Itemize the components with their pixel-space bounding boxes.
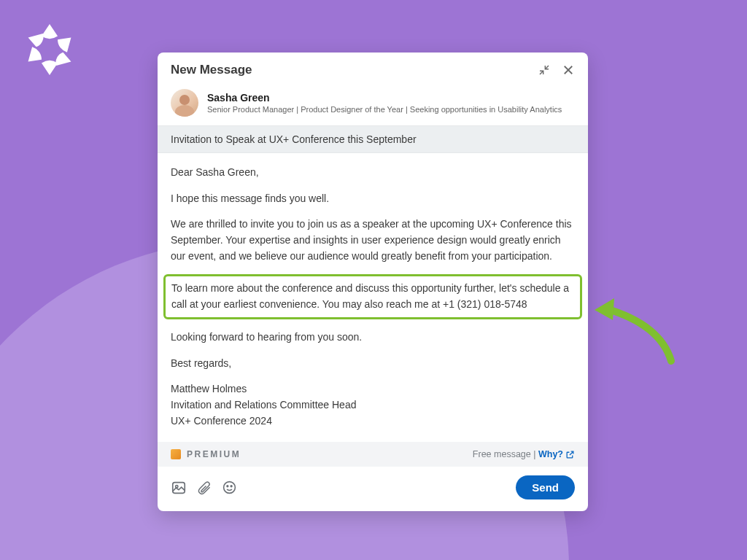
minimize-icon[interactable] xyxy=(538,64,550,76)
body-closing: Looking forward to hearing from you soon… xyxy=(171,330,575,346)
body-para1: We are thrilled to invite you to join us… xyxy=(171,217,575,264)
recipient-avatar xyxy=(171,89,198,117)
premium-bar: PREMIUM Free message | Why? xyxy=(158,442,588,467)
external-link-icon xyxy=(565,450,575,459)
why-link-label: Why? xyxy=(538,449,563,459)
svg-rect-0 xyxy=(173,482,185,493)
svg-point-3 xyxy=(227,486,228,487)
body-intro: I hope this message finds you well. xyxy=(171,191,575,207)
recipient-name: Sasha Green xyxy=(207,92,562,104)
subject-input[interactable]: Invitation to Speak at UX+ Conference th… xyxy=(158,125,588,153)
recipient-info: Sasha Green Senior Product Manager | Pro… xyxy=(207,92,562,114)
premium-badge-icon xyxy=(171,449,181,459)
callout-arrow xyxy=(591,288,678,378)
new-message-modal: New Message Sasha Green Senior Product M… xyxy=(158,52,588,511)
app-logo xyxy=(16,16,83,86)
attachment-icon[interactable] xyxy=(197,481,212,495)
svg-point-4 xyxy=(231,486,232,487)
message-body[interactable]: Dear Sasha Green, I hope this message fi… xyxy=(158,153,588,442)
recipient-headline: Senior Product Manager | Product Designe… xyxy=(207,105,562,114)
modal-title: New Message xyxy=(171,63,252,77)
close-icon[interactable] xyxy=(562,63,575,77)
free-message-row: Free message | Why? xyxy=(473,449,575,459)
action-bar: Send xyxy=(158,467,588,511)
body-signoff: Best regards, xyxy=(171,356,575,372)
body-greeting: Dear Sasha Green, xyxy=(171,165,575,181)
signature-name: Matthew Holmes xyxy=(171,381,575,397)
modal-header: New Message xyxy=(158,52,588,85)
free-message-label: Free message xyxy=(473,449,531,459)
recipient-row: Sasha Green Senior Product Manager | Pro… xyxy=(158,85,588,125)
emoji-icon[interactable] xyxy=(222,480,237,495)
header-actions xyxy=(538,63,575,77)
image-icon[interactable] xyxy=(171,480,187,496)
signature-title: Invitation and Relations Committee Head xyxy=(171,397,575,413)
why-link[interactable]: Why? xyxy=(538,449,575,459)
body-highlighted-cta: To learn more about the conference and d… xyxy=(163,274,582,319)
send-button[interactable]: Send xyxy=(516,475,575,499)
signature-org: UX+ Conference 2024 xyxy=(171,413,575,429)
premium-label: PREMIUM xyxy=(187,449,241,459)
svg-point-2 xyxy=(224,482,236,494)
